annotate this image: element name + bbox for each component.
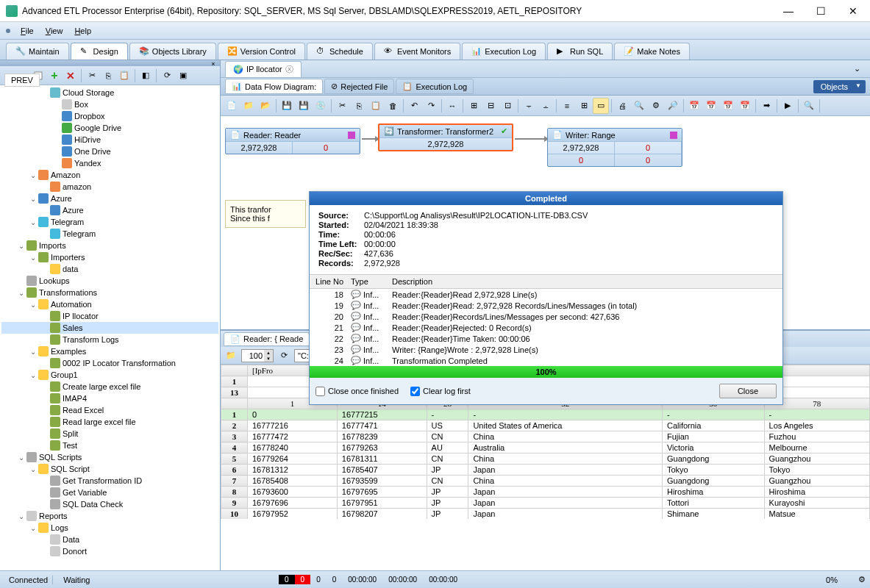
- log-table[interactable]: Line No Type Description 18💬 Inf...Reade…: [310, 274, 782, 366]
- table-row[interactable]: 31677747216778239CNChinaFujianFuzhou: [221, 431, 870, 442]
- tree-item[interactable]: ⌄Reports: [1, 510, 218, 522]
- panel-close-icon[interactable]: ×: [208, 60, 218, 66]
- tb-copy-icon[interactable]: ⎘: [101, 68, 115, 83]
- toolbar-button[interactable]: ⊟: [482, 98, 499, 114]
- toolbar-button[interactable]: ⊞: [576, 98, 592, 114]
- menu-view[interactable]: View: [40, 25, 69, 37]
- table-row[interactable]: 101679795216798207JPJapanShimaneMatsue: [221, 509, 870, 520]
- tree-item[interactable]: IP llocator: [1, 310, 218, 322]
- tree-item[interactable]: ⌄Automation: [1, 298, 218, 310]
- prev-button[interactable]: PREV: [4, 74, 40, 87]
- tree-item[interactable]: Donort: [1, 545, 218, 557]
- toolbar-button[interactable]: 🔍: [631, 98, 647, 114]
- objects-dropdown[interactable]: Objects: [813, 80, 866, 93]
- toolbar-button[interactable]: 📅: [686, 98, 702, 114]
- table-row[interactable]: 1016777215----: [221, 409, 870, 420]
- toolbar-button[interactable]: ▭: [593, 98, 609, 114]
- table-row[interactable]: 61678131216785407JPJapanTokyoTokyo: [221, 465, 870, 476]
- expand-icon[interactable]: ⌄: [28, 301, 38, 309]
- toolbar-button[interactable]: ⫟: [521, 98, 537, 114]
- close-button[interactable]: Close: [719, 384, 777, 398]
- tb-refresh-icon[interactable]: ⟳: [277, 348, 291, 363]
- tree-item[interactable]: IMAP4: [1, 392, 218, 404]
- toolbar-button[interactable]: 💾: [279, 98, 295, 114]
- toolbar-button[interactable]: ✂: [334, 98, 350, 114]
- tree-item[interactable]: Yandex: [1, 157, 218, 169]
- tab-make-notes[interactable]: 📝Make Notes: [614, 43, 690, 60]
- menu-help[interactable]: Help: [68, 25, 97, 37]
- tb-add-icon[interactable]: +: [47, 68, 62, 83]
- toolbar-button[interactable]: 📄: [224, 98, 240, 114]
- toolbar-button[interactable]: ⚙: [648, 98, 664, 114]
- log-row[interactable]: 23💬 Inf...Writer: {Range}Wrote : 2,972,9…: [310, 344, 782, 355]
- expand-icon[interactable]: ⌄: [16, 453, 26, 462]
- toolbar-button[interactable]: ≡: [559, 98, 575, 114]
- tree-item[interactable]: ⌄SQL Scripts: [1, 451, 218, 463]
- tree-item[interactable]: Google Drive: [1, 122, 218, 134]
- tb-props-icon[interactable]: ◧: [138, 68, 153, 83]
- tree-item[interactable]: HiDrive: [1, 134, 218, 146]
- tab-maintain[interactable]: 🔧Maintain: [6, 43, 69, 60]
- toolbar-button[interactable]: 📅: [737, 98, 753, 114]
- minimize-button[interactable]: —: [777, 4, 799, 18]
- toolbar-button[interactable]: 📋: [368, 98, 384, 114]
- log-row[interactable]: 19💬 Inf...Reader:{Reader}Read: 2,972,928…: [310, 300, 782, 311]
- tree-item[interactable]: Transform Logs: [1, 334, 218, 345]
- maximize-button[interactable]: ☐: [810, 4, 832, 18]
- tree-item[interactable]: ⌄Transformations: [1, 287, 218, 298]
- subtab-data-flow-diagram-[interactable]: 📊Data Flow Diagram:: [225, 79, 323, 94]
- tree-item[interactable]: ⌄Logs: [1, 522, 218, 534]
- log-row[interactable]: 22💬 Inf...Reader:{Reader}Time Taken: 00:…: [310, 333, 782, 344]
- gear-icon[interactable]: ⚙: [858, 575, 866, 584]
- tree-item[interactable]: Test: [1, 440, 218, 451]
- toolbar-button[interactable]: ⊡: [499, 98, 516, 114]
- toolbar-button[interactable]: 📅: [703, 98, 719, 114]
- lines-spinner[interactable]: 100: [241, 349, 274, 362]
- tree-item[interactable]: ⌄Telegram: [1, 216, 218, 228]
- tab-version-control[interactable]: 🔀Version Control: [218, 43, 305, 60]
- log-row[interactable]: 24💬 Inf...Transformation Completed: [310, 355, 782, 366]
- expand-icon[interactable]: ⌄: [28, 195, 38, 203]
- node-reader[interactable]: 📄 Reader: Reader 2,972,928 0: [225, 128, 360, 154]
- expand-icon[interactable]: ⌄: [28, 465, 38, 473]
- node-writer[interactable]: 📄 Writer: Range 2,972,928 0 0 0: [547, 128, 682, 167]
- node-transformer[interactable]: 🔄 Transformer: Transformer2 ✔ 2,972,928: [378, 123, 513, 151]
- close-once-checkbox[interactable]: Close once finished: [315, 387, 399, 396]
- expand-icon[interactable]: ⌄: [28, 218, 38, 226]
- toolbar-button[interactable]: 💿: [313, 98, 329, 114]
- tree-item[interactable]: Box: [1, 98, 218, 110]
- tb-refresh-icon[interactable]: ⟳: [160, 68, 174, 83]
- tree-item[interactable]: Sales: [1, 322, 218, 334]
- tree-item[interactable]: Lookups: [1, 275, 218, 287]
- tree-item[interactable]: Read large excel file: [1, 416, 218, 428]
- tree-item[interactable]: ⌄Imports: [1, 240, 218, 251]
- log-row[interactable]: 18💬 Inf...Reader:{Reader}Read 2,972,928 …: [310, 289, 782, 300]
- tree-item[interactable]: Create large excel file: [1, 381, 218, 392]
- expand-icon[interactable]: ⌄: [16, 289, 26, 297]
- table-row[interactable]: 41677824016779263AUAustraliaVictoriaMelb…: [221, 442, 870, 453]
- table-row[interactable]: 91679769616797951JPJapanTottoriKurayoshi: [221, 498, 870, 509]
- note-box[interactable]: This tranfor Since this f: [225, 200, 306, 228]
- tree-item[interactable]: Cloud Storage: [1, 87, 218, 98]
- toolbar-button[interactable]: 🔎: [665, 98, 681, 114]
- tab-run-sql[interactable]: ▶Run SQL: [547, 43, 613, 60]
- nav-tree[interactable]: Cloud StorageBoxDropboxGoogle DriveHiDri…: [0, 85, 220, 570]
- tab-objects-library[interactable]: 📚Objects Library: [129, 43, 216, 60]
- tree-item[interactable]: data: [1, 263, 218, 275]
- expand-icon[interactable]: ⌄: [16, 512, 26, 520]
- tab-execution-log[interactable]: 📊Execution Log: [462, 43, 546, 60]
- chevron-down-icon[interactable]: ⌄: [854, 64, 866, 74]
- tab-design[interactable]: ✎Design: [71, 43, 128, 60]
- toolbar-button[interactable]: ⎘: [351, 98, 367, 114]
- subtab-rejected-file[interactable]: ⊘Rejected File: [324, 79, 394, 94]
- tree-item[interactable]: Get Transformation ID: [1, 475, 218, 487]
- tree-item[interactable]: Get Variable: [1, 487, 218, 498]
- subtab-execution-log[interactable]: 📋Execution Log: [396, 79, 474, 94]
- tree-item[interactable]: Read Excel: [1, 404, 218, 416]
- tree-item[interactable]: 0002 IP Locator Transformation: [1, 357, 218, 369]
- expand-icon[interactable]: ⌄: [28, 371, 38, 379]
- table-row[interactable]: 71678540816793599CNChinaGuangdongGuangzh…: [221, 476, 870, 487]
- tree-item[interactable]: SQL Data Check: [1, 498, 218, 510]
- expand-icon[interactable]: ⌄: [28, 171, 38, 179]
- tab-event-monitors[interactable]: 👁Event Monitors: [374, 43, 460, 60]
